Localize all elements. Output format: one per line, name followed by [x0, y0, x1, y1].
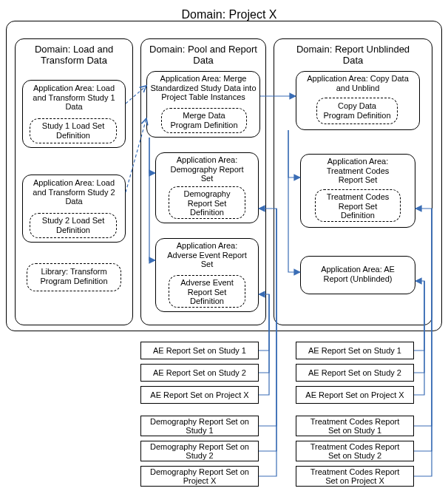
report-left-3: Demography Report Set on Study 1 — [140, 416, 259, 436]
report-left-5: Demography Report Set on Project X — [140, 466, 259, 487]
report-left-0: AE Report Set on Study 1 — [140, 342, 259, 359]
app-ae-unblinded-title: Application Area: AE Report (Unblinded) — [303, 265, 413, 283]
library-transform-def-label: Library: Transform Program Definition — [28, 267, 120, 285]
treatment-report-def-label: Treatment Codes Report Set Definition — [316, 192, 399, 220]
ae-report-def-label: Adverse Event Report Set Definition — [170, 278, 244, 306]
domain-unblinded-title: Domain: Report Unblinded Data — [278, 44, 428, 67]
report-right-2: AE Report Set on Project X — [296, 386, 414, 404]
study2-loadset-def-label: Study 2 Load Set Definition — [31, 216, 115, 234]
page-title: Domain: Project X — [148, 8, 310, 21]
app-merge-title: Application Area: Merge Standardized Stu… — [149, 74, 258, 102]
report-left-2: AE Report Set on Project X — [140, 386, 259, 404]
report-left-4: Demography Report Set on Study 2 — [140, 441, 259, 461]
report-right-0: AE Report Set on Study 1 — [296, 342, 414, 359]
copy-data-def-label: Copy Data Program Definition — [318, 101, 396, 120]
app-treatment-title: Application Area: Treatment Codes Report… — [303, 157, 413, 185]
report-left-1: AE Report Set on Study 2 — [140, 364, 259, 382]
app-load-study2-title: Application Area: Load and Transform Stu… — [25, 178, 123, 206]
domain-load-title: Domain: Load and Transform Data — [21, 44, 127, 67]
app-copy-title: Application Area: Copy Data and Unblind — [299, 74, 417, 92]
report-right-4: Treatment Codes Report Set on Study 2 — [296, 441, 414, 461]
report-right-1: AE Report Set on Study 2 — [296, 364, 414, 382]
diagram-root: Domain: Project X Domain: Load and Trans… — [0, 0, 448, 491]
domain-pool-title: Domain: Pool and Report Data — [145, 44, 262, 67]
merge-data-def-label: Merge Data Program Definition — [163, 111, 245, 129]
app-load-study1-title: Application Area: Load and Transform Stu… — [25, 84, 123, 112]
app-ae-title: Application Area: Adverse Event Report S… — [158, 241, 256, 269]
app-demo-title: Application Area: Demography Report Set — [158, 155, 256, 183]
report-right-5: Treatment Codes Report Set on Project X — [296, 466, 414, 487]
demo-report-def-label: Demography Report Set Definition — [170, 189, 244, 217]
report-right-3: Treatment Codes Report Set on Study 1 — [296, 416, 414, 436]
study1-loadset-def-label: Study 1 Load Set Definition — [31, 121, 115, 140]
